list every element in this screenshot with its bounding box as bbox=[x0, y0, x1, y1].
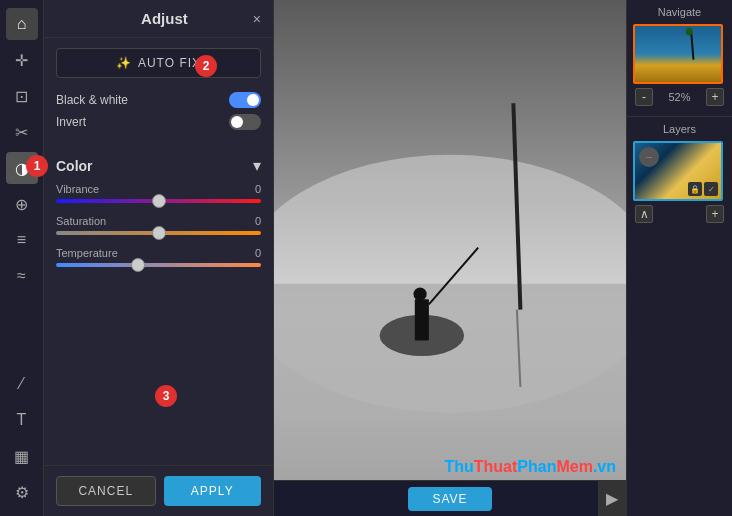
layer-lock-icons: 🔒 ✓ bbox=[688, 182, 718, 196]
panel-header: Adjust × bbox=[44, 0, 273, 38]
auto-fix-button[interactable]: ✨ AUTO FIX bbox=[56, 48, 261, 78]
saturation-label: Saturation bbox=[56, 215, 106, 227]
temperature-slider-container: Temperature 0 bbox=[56, 247, 261, 267]
svg-point-11 bbox=[686, 28, 693, 35]
navigate-thumbnail bbox=[633, 24, 723, 84]
layer-item[interactable]: ··· 🔒 ✓ bbox=[633, 141, 723, 201]
color-section-header[interactable]: Color ▾ bbox=[56, 156, 261, 175]
toggle-knob bbox=[247, 94, 259, 106]
toolbar-home-icon[interactable]: ⌂ bbox=[6, 8, 38, 40]
check-icon: ✓ bbox=[704, 182, 718, 196]
toolbar-settings-icon[interactable]: ⚙ bbox=[6, 476, 38, 508]
svg-rect-6 bbox=[415, 299, 429, 340]
main-canvas: ThuThuatPhanMem.vn SAVE ▶ 1 bbox=[274, 0, 626, 516]
zoom-minus-button[interactable]: - bbox=[635, 88, 653, 106]
toolbar-layers-icon[interactable]: ≡ bbox=[6, 224, 38, 256]
save-button[interactable]: SAVE bbox=[408, 487, 491, 511]
auto-fix-label: AUTO FIX bbox=[138, 56, 201, 70]
zoom-level: 52% bbox=[668, 91, 690, 103]
toolbar-text-icon[interactable]: T bbox=[6, 404, 38, 436]
toolbar-brush-icon[interactable]: ∕ bbox=[6, 368, 38, 400]
saturation-slider-container: Saturation 0 bbox=[56, 215, 261, 235]
layers-controls: ∧ + bbox=[633, 201, 726, 227]
panel-close-button[interactable]: × bbox=[253, 11, 261, 27]
panel-footer: CANCEL APPLY bbox=[44, 465, 273, 516]
right-panel: Navigate - 52% + L bbox=[626, 0, 732, 516]
adjust-panel: Adjust × ✨ AUTO FIX Black & white Invert… bbox=[44, 0, 274, 516]
invert-toggle[interactable] bbox=[229, 114, 261, 130]
apply-button[interactable]: APPLY bbox=[164, 476, 262, 506]
panel-title: Adjust bbox=[76, 10, 253, 27]
expand-icon[interactable]: ▶ bbox=[598, 480, 626, 516]
invert-row: Invert bbox=[56, 114, 261, 130]
toolbar-effect-icon[interactable]: ≈ bbox=[6, 260, 38, 292]
toolbar-add-icon[interactable]: ✛ bbox=[6, 44, 38, 76]
layers-section: Layers ··· 🔒 ✓ ∧ + bbox=[627, 117, 732, 516]
layer-badge: ··· bbox=[639, 147, 659, 167]
color-section-title: Color bbox=[56, 158, 93, 174]
invert-label: Invert bbox=[56, 115, 86, 129]
navigate-title: Navigate bbox=[633, 6, 726, 18]
black-white-row: Black & white bbox=[56, 92, 261, 108]
layers-title: Layers bbox=[633, 123, 726, 135]
saturation-thumb[interactable] bbox=[152, 226, 166, 240]
invert-knob bbox=[231, 116, 243, 128]
temperature-label: Temperature bbox=[56, 247, 118, 259]
panel-content: ✨ AUTO FIX Black & white Invert Color ▾ … bbox=[44, 38, 273, 465]
toolbar-adjust-icon[interactable]: ◑ bbox=[6, 152, 38, 184]
nav-thumb-image bbox=[635, 26, 721, 82]
vibrance-slider-container: Vibrance 0 bbox=[56, 183, 261, 203]
svg-rect-9 bbox=[635, 26, 721, 82]
svg-point-8 bbox=[413, 287, 426, 300]
vibrance-label: Vibrance bbox=[56, 183, 99, 195]
layer-up-button[interactable]: ∧ bbox=[635, 205, 653, 223]
temperature-value: 0 bbox=[255, 247, 261, 259]
toolbar-scissors-icon[interactable]: ✂ bbox=[6, 116, 38, 148]
cancel-button[interactable]: CANCEL bbox=[56, 476, 156, 506]
vibrance-value: 0 bbox=[255, 183, 261, 195]
layer-add-button[interactable]: + bbox=[706, 205, 724, 223]
navigate-section: Navigate - 52% + bbox=[627, 0, 732, 117]
temperature-thumb[interactable] bbox=[131, 258, 145, 272]
black-white-toggle[interactable] bbox=[229, 92, 261, 108]
vibrance-thumb[interactable] bbox=[152, 194, 166, 208]
saturation-value: 0 bbox=[255, 215, 261, 227]
temperature-track[interactable] bbox=[56, 263, 261, 267]
zoom-plus-button[interactable]: + bbox=[706, 88, 724, 106]
vibrance-track[interactable] bbox=[56, 199, 261, 203]
canvas-image bbox=[274, 0, 626, 516]
nav-zoom-row: - 52% + bbox=[633, 84, 726, 110]
black-white-label: Black & white bbox=[56, 93, 128, 107]
color-expand-icon: ▾ bbox=[253, 156, 261, 175]
toolbar-crop-icon[interactable]: ⊡ bbox=[6, 80, 38, 112]
auto-fix-icon: ✨ bbox=[116, 56, 132, 70]
save-bar: SAVE ▶ bbox=[274, 480, 626, 516]
lock-icon: 🔒 bbox=[688, 182, 702, 196]
left-toolbar: ⌂ ✛ ⊡ ✂ ◑ ⊕ ≡ ≈ ∕ T ▦ ⚙ bbox=[0, 0, 44, 516]
toolbar-sticker-icon[interactable]: ▦ bbox=[6, 440, 38, 472]
toolbar-filter-icon[interactable]: ⊕ bbox=[6, 188, 38, 220]
saturation-track[interactable] bbox=[56, 231, 261, 235]
